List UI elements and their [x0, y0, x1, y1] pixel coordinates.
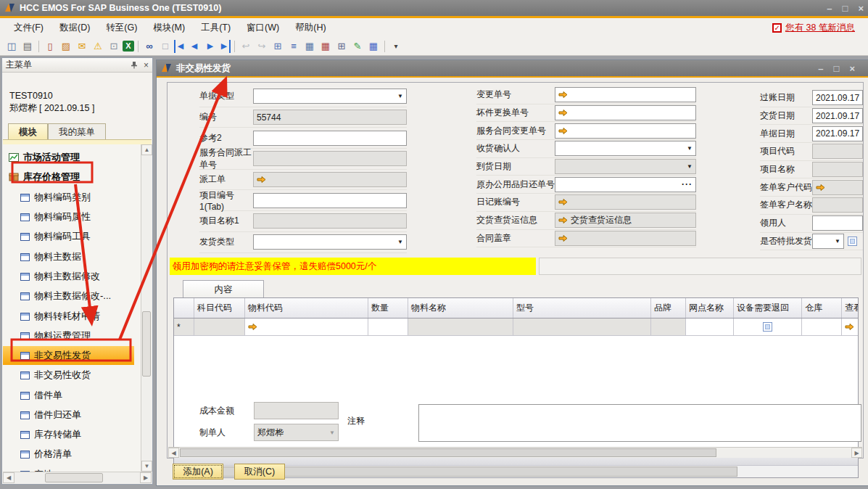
undo-icon[interactable]: ↩ — [239, 40, 253, 53]
text-align-icon[interactable]: ≡ — [286, 40, 301, 53]
first-record-icon[interactable]: ◀ — [174, 40, 186, 53]
grid-col-model[interactable]: 型号 — [513, 298, 651, 318]
special-approval-checkbox[interactable] — [848, 237, 857, 246]
office-supplies-return-no-input[interactable]: ··· — [555, 177, 696, 192]
bad-part-replace-no-input[interactable] — [555, 105, 696, 120]
remarks-textarea[interactable] — [418, 404, 861, 442]
table-view-icon[interactable]: ▦ — [302, 40, 317, 53]
sidebar-item-inventory-price[interactable]: 库存价格管理 — [3, 168, 141, 186]
last-record-icon[interactable]: ▶ — [219, 40, 231, 53]
cell-warehouse[interactable] — [802, 319, 842, 335]
menu-file[interactable]: 文件(F) — [6, 19, 51, 37]
receipt-confirmer-select[interactable]: ▼ — [555, 141, 696, 156]
grid-col-item-name[interactable]: 物料名称 — [408, 298, 513, 318]
equipment-return-checkbox[interactable] — [763, 322, 772, 332]
sidebar-item-item-master-modify[interactable]: 物料主数据修改 — [3, 267, 141, 286]
sidebar-horizontal-scrollbar[interactable]: ◀ ▶ — [3, 472, 152, 483]
scrollbar-thumb[interactable] — [45, 473, 103, 482]
sidebar-item-item-code-category[interactable]: 物料编码类别 — [3, 188, 141, 207]
menu-data[interactable]: 数据(D) — [51, 19, 98, 37]
grid-icon[interactable]: ▦ — [366, 40, 381, 53]
grid-col-view[interactable]: 查看 — [842, 298, 858, 318]
link-arrow-icon[interactable] — [257, 176, 266, 184]
maximize-icon[interactable]: □ — [843, 4, 848, 13]
link-arrow-icon[interactable] — [558, 216, 568, 224]
sidebar-item-item-master-data[interactable]: 物料主数据 — [3, 247, 141, 266]
form-settings-icon[interactable]: ⊞ — [334, 40, 349, 53]
document-date-input[interactable]: 2021.09.17 — [812, 126, 863, 141]
project-no1-input[interactable] — [253, 193, 407, 208]
link-arrow-icon[interactable] — [816, 184, 825, 192]
tab-my-menu[interactable]: 我的菜单 — [48, 123, 106, 141]
tab-content[interactable]: 内容 — [183, 280, 264, 298]
link-arrow-icon[interactable] — [558, 109, 568, 117]
cell-quantity[interactable] — [368, 319, 408, 335]
sidebar-vertical-scrollbar[interactable]: ▲ ▼ — [141, 144, 152, 472]
scrollbar-thumb[interactable] — [142, 311, 151, 377]
sidebar-item-loan-return-order[interactable]: 借件归还单 — [3, 406, 141, 424]
cell-view[interactable] — [842, 319, 858, 335]
menu-help[interactable]: 帮助(H) — [287, 19, 334, 37]
sms-icon[interactable]: ▯ — [43, 40, 57, 53]
close-icon[interactable]: × — [858, 4, 864, 13]
ellipsis-icon[interactable]: ··· — [682, 179, 693, 189]
scrollbar-thumb[interactable] — [180, 448, 716, 457]
grid-col-warehouse[interactable]: 仓库 — [802, 298, 842, 318]
scroll-up-icon[interactable]: ▲ — [141, 144, 152, 155]
sidebar-item-price-list[interactable]: 价格清单 — [3, 445, 141, 464]
add-button[interactable]: 添加(A) — [173, 464, 223, 480]
pin-icon[interactable] — [131, 61, 138, 69]
sidebar-item-marketing-activity[interactable]: 市场活动管理 — [3, 148, 141, 167]
sidebar-item-loan-order[interactable]: 借件单 — [3, 386, 141, 405]
recipient-input[interactable] — [812, 215, 863, 231]
excel-export-icon[interactable]: X — [123, 41, 134, 52]
sidebar-item-stock-transfer[interactable]: 库存转储单 — [3, 425, 141, 444]
delivery-type-select[interactable]: ▼ — [253, 234, 407, 250]
scroll-left-icon[interactable]: ◀ — [3, 472, 15, 483]
row-marker[interactable]: * — [174, 319, 194, 335]
link-arrow-icon[interactable] — [845, 323, 854, 331]
sidebar-item-non-trade-delivery[interactable]: 非交易性发货 — [3, 346, 134, 365]
sidebar-item-item-code-tool[interactable]: 物料编码工具 — [3, 227, 141, 246]
sidebar-item-material-freight[interactable]: 物料运费管理 — [3, 326, 141, 345]
menu-goto[interactable]: 转至(G) — [98, 19, 145, 37]
grid-col-equipment-return[interactable]: 设备需要退回 — [734, 298, 802, 318]
scroll-right-icon[interactable]: ▶ — [140, 472, 152, 483]
link-arrow-icon[interactable] — [558, 127, 568, 135]
sidebar-close-icon[interactable]: × — [144, 60, 149, 70]
pencil-ruler-icon[interactable]: ✎ — [350, 40, 365, 53]
new-messages-link[interactable]: ✓ 您有 38 笔新消息 — [772, 22, 862, 34]
next-record-icon[interactable]: ▶ — [203, 40, 218, 53]
sidebar-item-item-code-attribute[interactable]: 物料编码属性 — [3, 207, 141, 226]
link-arrow-icon[interactable] — [558, 234, 568, 242]
special-approval-select[interactable]: ▼ — [812, 234, 844, 249]
alert-icon[interactable]: ⚠ — [91, 40, 105, 53]
minimize-icon[interactable]: – — [827, 4, 832, 13]
tab-modules[interactable]: 模块 — [8, 123, 48, 141]
scroll-left-icon[interactable]: ◀ — [168, 448, 179, 458]
dialog-titlebar[interactable]: 非交易性发货 – □ × — [157, 60, 868, 76]
reference2-input[interactable] — [253, 131, 407, 146]
find-icon[interactable]: ∞ — [142, 40, 157, 53]
sidebar-item-item-master-modify-2[interactable]: 物料主数据修改-... — [3, 287, 141, 305]
doc-type-select[interactable]: ▼ — [253, 89, 407, 104]
grid-col-item-code[interactable]: 物料代码 — [245, 298, 368, 318]
posting-date-input[interactable]: 2021.09.17 ( — [812, 90, 863, 105]
cell-site-name[interactable] — [686, 319, 734, 335]
print-preview-icon[interactable]: ◫ — [4, 40, 19, 53]
link-arrow-icon[interactable] — [558, 91, 568, 99]
new-document-icon[interactable]: □ — [158, 40, 173, 53]
mail-icon[interactable]: ✉ — [75, 40, 89, 53]
cancel-button[interactable]: 取消(C) — [234, 464, 285, 480]
scroll-right-icon[interactable]: ▶ — [851, 448, 862, 458]
redo-icon[interactable]: ↪ — [255, 40, 269, 53]
grid-col-site-name[interactable]: 网点名称 — [686, 298, 734, 318]
sidebar-item-non-trade-receipt[interactable]: 非交易性收货 — [3, 366, 141, 385]
menu-tools[interactable]: 工具(T) — [193, 19, 239, 37]
menu-window[interactable]: 窗口(W) — [239, 19, 287, 37]
change-order-no-input[interactable] — [555, 87, 696, 102]
link-arrow-icon[interactable] — [248, 323, 257, 331]
table-edit-icon[interactable]: ▦ — [318, 40, 333, 53]
previous-record-icon[interactable]: ◀ — [187, 40, 202, 53]
link-arrow-icon[interactable] — [558, 198, 568, 206]
